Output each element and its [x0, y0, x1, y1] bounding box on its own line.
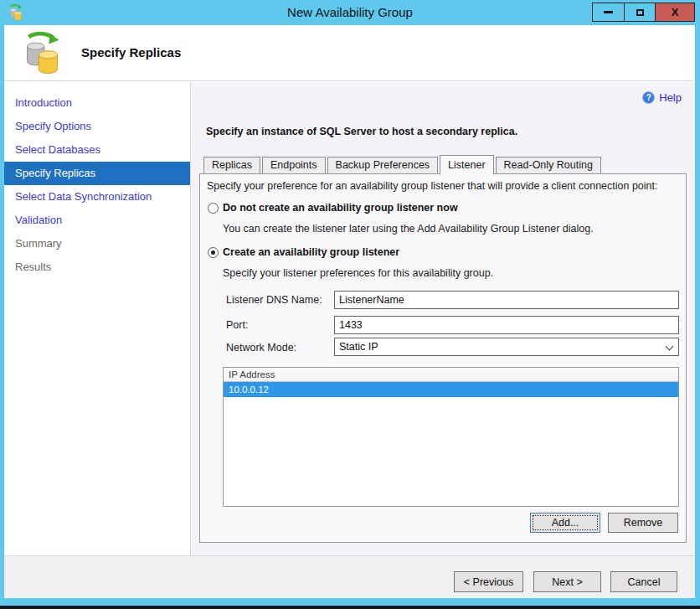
network-mode-label: Network Mode:: [226, 342, 296, 354]
sidebar-item-select-databases[interactable]: Select Databases: [4, 138, 190, 162]
window-controls: X: [592, 3, 695, 22]
sidebar-item-results: Results: [4, 255, 190, 279]
sidebar-item-summary: Summary: [4, 232, 190, 255]
titlebar: New Availability Group X: [0, 0, 700, 25]
radio-do-not-create-listener[interactable]: [208, 203, 219, 214]
steps-nav: Introduction Specify Options Select Data…: [4, 91, 190, 279]
close-icon: X: [672, 7, 679, 18]
ip-address-row[interactable]: 10.0.0.12: [224, 382, 678, 397]
radio-create-listener[interactable]: [208, 247, 219, 258]
sidebar-item-specify-options[interactable]: Specify Options: [4, 115, 190, 138]
listener-tab-page: Specify your preference for an availabil…: [199, 173, 687, 543]
page-instruction: Specify an instance of SQL Server to hos…: [206, 126, 517, 137]
option-create-listener-label[interactable]: Create an availability group listener: [223, 246, 399, 258]
ip-address-column-header[interactable]: IP Address: [224, 368, 678, 382]
add-button[interactable]: Add...: [530, 513, 600, 533]
tab-backup-preferences[interactable]: Backup Preferences: [327, 157, 439, 174]
tab-replicas[interactable]: Replicas: [203, 157, 260, 174]
wizard-footer: < Previous Next > Cancel: [4, 555, 695, 598]
sidebar-item-specify-replicas[interactable]: Specify Replicas: [4, 162, 190, 185]
replica-tabs: Replicas Endpoints Backup Preferences Li…: [203, 155, 603, 174]
help-link[interactable]: ? Help: [642, 91, 682, 104]
help-icon: ?: [642, 91, 655, 104]
tab-endpoints[interactable]: Endpoints: [262, 157, 326, 174]
network-mode-value: Static IP: [339, 341, 378, 353]
network-mode-select[interactable]: Static IP: [334, 338, 679, 356]
wizard-content: ? Help Specify an instance of SQL Server…: [191, 82, 695, 555]
minimize-icon: [604, 11, 613, 13]
listener-intro-text: Specify your preference for an availabil…: [207, 180, 658, 192]
dns-name-input[interactable]: [334, 291, 679, 309]
maximize-icon: [636, 9, 644, 16]
page-title: Specify Replicas: [81, 45, 181, 59]
desktop-edge: [0, 606, 700, 609]
new-availability-group-window: New Availability Group X Specify Replica…: [0, 0, 700, 609]
sidebar-item-validation[interactable]: Validation: [4, 209, 190, 232]
dns-name-label: Listener DNS Name:: [226, 294, 322, 306]
maximize-button[interactable]: [624, 3, 655, 21]
replica-databases-icon: [23, 31, 63, 75]
close-button[interactable]: X: [655, 3, 694, 21]
option-no-listener-description: You can create the listener later using …: [223, 223, 594, 235]
remove-button[interactable]: Remove: [608, 513, 678, 533]
tab-read-only-routing[interactable]: Read-Only Routing: [496, 157, 601, 174]
previous-button[interactable]: < Previous: [454, 571, 523, 592]
tab-listener[interactable]: Listener: [440, 155, 493, 175]
next-button[interactable]: Next >: [533, 571, 601, 592]
minimize-button[interactable]: [593, 3, 624, 21]
cancel-button[interactable]: Cancel: [610, 571, 677, 592]
wizard-steps-sidebar: Introduction Specify Options Select Data…: [4, 82, 191, 555]
sidebar-item-select-data-synchronization[interactable]: Select Data Synchronization: [4, 185, 190, 209]
help-label: Help: [659, 91, 682, 104]
chevron-down-icon: [666, 343, 674, 351]
ip-address-list: IP Address 10.0.0.12: [223, 367, 679, 507]
port-input[interactable]: [334, 316, 679, 334]
sidebar-item-introduction[interactable]: Introduction: [4, 91, 190, 115]
port-label: Port:: [226, 319, 248, 331]
wizard-header: Specify Replicas: [4, 25, 695, 81]
dialog-body: Specify Replicas Introduction Specify Op…: [4, 25, 695, 598]
option-no-listener-label[interactable]: Do not create an availability group list…: [223, 202, 458, 214]
option-create-listener-description: Specify your listener preferences for th…: [223, 267, 493, 279]
